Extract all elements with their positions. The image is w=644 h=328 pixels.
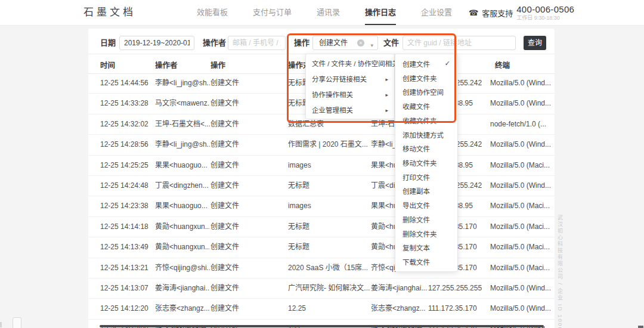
cell-action: 创建文件 <box>210 115 259 134</box>
cell-time: 12-25 14:33:28 <box>100 94 155 113</box>
submenu-item-star-folder[interactable]: 收藏文件夹 <box>395 113 457 128</box>
menu-item-label: 删除文件 <box>402 215 430 224</box>
menu-item-enterprise-mgmt[interactable]: 企业管理相关 ▸ <box>306 103 394 118</box>
chevron-down-icon: ▾ <box>370 39 373 52</box>
cell-time: 12-25 14:14:18 <box>100 217 155 237</box>
cell-time: 12-25 14:23:38 <box>100 196 155 216</box>
menu-item-share-link[interactable]: 分享公开链接相关 ▸ <box>306 72 394 87</box>
action-category-menu: 文件 / 文件夹 / 协作空间相关 ▸ 分享公开链接相关 ▸ 协作操作相关 ▸ … <box>305 54 395 119</box>
cell-operator: 果果<huaoguo... <box>155 196 210 216</box>
menu-item-label: 收藏文件夹 <box>402 116 437 125</box>
cell-time: 12-25 14:25:25 <box>100 156 155 175</box>
search-button[interactable]: 查询 <box>524 36 546 50</box>
cell-action: 创建文件 <box>210 237 259 257</box>
submenu-item-move-folder[interactable]: 移动文件夹 <box>395 156 457 170</box>
cell-terminal: Mozilla/5.0 (Wind... <box>490 299 553 318</box>
col-time: 时间 <box>100 59 115 70</box>
cell-operator: 张志豪<zhangz... <box>155 299 210 318</box>
cell-operator: 黄勋<huangxun... <box>155 217 210 237</box>
menu-item-label: 创建协作空间 <box>402 87 444 97</box>
submenu-item-create-copy[interactable]: 创建副本 <box>395 184 457 199</box>
menu-item-label: 移动文件 <box>402 144 430 153</box>
cell-operator: 姜海涛<jianghai... <box>155 279 210 298</box>
cell-object: 无标题 <box>288 217 370 237</box>
cell-terminal: Mozilla/5.0 (Maci... <box>490 196 553 216</box>
table-row: 12-25 14:24:48 丁震<dingzhen... 创建文件 无标题 丁… <box>88 176 555 196</box>
table-row: 12-25 14:13:49 黄勋<huangxun... 创建文件 无标题 黄… <box>88 237 555 258</box>
submenu-item-copy-text[interactable]: 复制文本 <box>395 241 457 255</box>
phone-icon: ☎ <box>469 8 478 17</box>
table-row: 12-25 14:28:56 李静<li_jing@sh... 创建文件 作图需… <box>88 135 555 155</box>
menu-item-label: 文件 / 文件夹 / 协作空间相关 <box>312 56 399 72</box>
operation-log-page: 石墨文档 效能看板 支付与订单 通讯录 操作日志 企业设置 ☎ 客服支持 400… <box>0 0 644 328</box>
nav-tab-operation-log[interactable]: 操作日志 <box>365 0 396 25</box>
cell-time: 12-25 14:13:49 <box>100 237 155 257</box>
submenu-item-download-file[interactable]: 下载文件 <box>395 255 457 269</box>
action-submenu: 创建文件 ✓ 创建文件夹 创建协作空间 收藏文件 收藏文件夹 添加快捷方式 移动… <box>395 54 458 272</box>
menu-item-file-folder-space[interactable]: 文件 / 文件夹 / 协作空间相关 ▸ <box>306 56 394 72</box>
action-filter-label: 操作 <box>294 36 309 50</box>
cell-operator: 齐惊<qijing@shi... <box>155 258 210 278</box>
nav-tab-dashboard[interactable]: 效能看板 <box>197 0 228 25</box>
cell-terminal: node-fetch/1.0 (... <box>490 115 553 134</box>
col-action: 操作 <box>210 59 225 70</box>
submenu-item-delete-folder[interactable]: 删除文件夹 <box>395 227 457 241</box>
menu-item-label: 移动文件夹 <box>402 158 437 168</box>
date-range-input[interactable] <box>119 36 194 50</box>
cell-time: 12-25 14:44:56 <box>100 73 155 93</box>
cell-time: 12-25 14:28:56 <box>100 135 155 154</box>
table-row: 12-25 14:23:38 果果<huaoguo... 创建文件 images… <box>88 196 555 216</box>
cell-operator: 李静<li_jing@sh... <box>155 73 210 93</box>
cell-time: 12-25 14:13:07 <box>100 279 155 298</box>
cell-time: 12-25 14:12:20 <box>100 299 155 318</box>
cell-action: 创建文件 <box>210 94 259 113</box>
submenu-item-create-folder[interactable]: 创建文件夹 <box>395 71 457 85</box>
support-label: 客服支持 <box>482 7 513 18</box>
corner-mark <box>638 326 643 328</box>
date-filter-label: 日期 <box>100 36 116 50</box>
clear-icon[interactable]: × <box>357 39 364 47</box>
submenu-item-create-file[interactable]: 创建文件 ✓ <box>395 57 457 71</box>
operator-input[interactable] <box>228 36 286 50</box>
submenu-item-move-file[interactable]: 移动文件 <box>395 141 457 156</box>
submenu-item-star-file[interactable]: 收藏文件 <box>395 99 457 113</box>
cell-time: 12-25 14:24:48 <box>100 176 155 196</box>
submenu-item-create-space[interactable]: 创建协作空间 <box>395 85 457 99</box>
nav-tab-enterprise-settings[interactable]: 企业设置 <box>421 0 452 25</box>
check-icon: ✓ <box>445 60 450 67</box>
cell-terminal: Mozilla/5.0 (Wind... <box>490 279 553 298</box>
menu-item-label: 复制文本 <box>402 243 430 252</box>
cell-terminal: Mozilla/5.0 (Maci... <box>490 258 553 278</box>
submenu-item-add-shortcut[interactable]: 添加快捷方式 <box>395 128 457 142</box>
cell-action: 创建文件 <box>210 73 259 93</box>
submenu-arrow-icon: ▸ <box>385 103 388 118</box>
cell-time: 12-25 14:32:02 <box>100 115 155 134</box>
submenu-item-print-file[interactable]: 打印文件 <box>395 170 457 184</box>
floating-widget[interactable] <box>13 317 21 328</box>
col-operator: 操作者 <box>155 59 178 70</box>
table-row: 12-25 14:12:20 张志豪<zhangz... 创建文件 12.25 … <box>88 299 555 319</box>
cell-object: 2020 SaaS 小微（15席... <box>288 258 370 278</box>
cell-terminal: Mozilla/5.0 (Maci... <box>490 217 553 237</box>
table-row: 12-25 14:25:25 果果<huaoguo... 创建文件 images… <box>88 156 555 176</box>
cell-action: 创建文件 <box>210 217 259 237</box>
submenu-arrow-icon: ▸ <box>385 72 388 87</box>
menu-item-label: 收藏文件 <box>402 101 430 111</box>
menu-item-collaboration[interactable]: 协作操作相关 ▸ <box>306 87 394 103</box>
main-nav: 效能看板 支付与订单 通讯录 操作日志 企业设置 <box>197 0 452 25</box>
nav-tab-contacts[interactable]: 通讯录 <box>317 0 340 25</box>
cell-action: 创建文件 <box>210 258 259 278</box>
cell-operator: 黄勋<huangxun... <box>155 237 210 257</box>
cell-ip: 127.255.255.255 <box>428 279 488 298</box>
action-select[interactable]: 创建文件 × ▾ <box>312 36 378 50</box>
nav-tab-payment-orders[interactable]: 支付与订单 <box>253 0 292 25</box>
cell-terminal: Mozilla/5.0 (Wind... <box>490 135 553 154</box>
file-guid-input[interactable] <box>402 36 516 50</box>
company-watermark: 武汉初心科技有限公司 / 企业 ID 1000013 <box>556 215 564 328</box>
file-filter-label: 文件 <box>383 36 399 50</box>
cell-action: 创建文件 <box>210 176 259 196</box>
table-row: 12-25 14:14:18 黄勋<huangxun... 创建文件 无标题 黄… <box>88 217 555 237</box>
submenu-item-delete-file[interactable]: 删除文件 <box>395 212 457 227</box>
submenu-item-export-file[interactable]: 导出文件 <box>395 198 457 212</box>
top-navigation-bar: 石墨文档 效能看板 支付与订单 通讯录 操作日志 企业设置 ☎ 客服支持 400… <box>0 0 644 26</box>
